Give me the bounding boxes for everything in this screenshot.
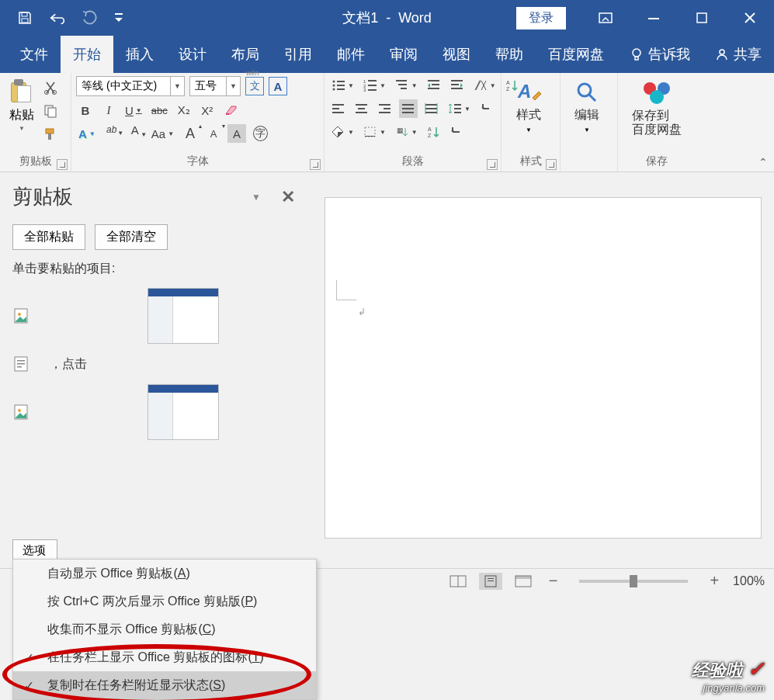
styles-button[interactable]: A 样式 ▼ xyxy=(506,76,551,133)
undo-icon[interactable] xyxy=(48,9,67,27)
distribute-button[interactable] xyxy=(422,99,441,118)
font-name-combo[interactable]: ▼ xyxy=(76,76,185,96)
copy-icon[interactable] xyxy=(42,102,59,120)
zoom-out-button[interactable]: − xyxy=(544,572,563,590)
char-shading-button[interactable]: A xyxy=(227,124,246,143)
char-border-button[interactable]: A xyxy=(269,77,287,95)
paste-button[interactable]: 粘贴 ▼ xyxy=(5,76,39,132)
superscript-button[interactable]: X² xyxy=(198,101,217,120)
align-left-button[interactable] xyxy=(329,99,348,118)
login-button[interactable]: 登录 xyxy=(516,7,566,29)
snap-grid-button[interactable]: ▦▼ xyxy=(393,123,420,141)
multilevel-button[interactable]: ▼ xyxy=(393,76,420,95)
redo-icon[interactable] xyxy=(81,9,99,27)
editing-button[interactable]: 编辑 ▼ xyxy=(565,76,609,133)
bold-button[interactable]: B xyxy=(76,101,95,120)
italic-button[interactable]: I xyxy=(99,101,118,120)
clear-all-button[interactable]: 全部清空 xyxy=(95,224,168,250)
save-icon[interactable] xyxy=(16,9,34,27)
highlight-button[interactable]: ab▼ xyxy=(102,124,121,143)
tab-reference[interactable]: 引用 xyxy=(272,36,325,73)
close-icon[interactable] xyxy=(726,0,774,36)
tab-baidu[interactable]: 百度网盘 xyxy=(536,36,616,73)
chevron-down-icon[interactable]: ▼ xyxy=(526,126,532,133)
svg-rect-20 xyxy=(337,88,345,90)
bullets-button[interactable]: ▼ xyxy=(329,76,356,95)
font-color-button[interactable]: A▼ xyxy=(126,124,144,143)
menu-show-status[interactable]: 复制时在任务栏附近显示状态(S) xyxy=(13,671,316,699)
align-justify-button[interactable] xyxy=(399,99,418,118)
sort-button[interactable]: AZ xyxy=(425,123,443,141)
change-case-button[interactable]: Aa▼ xyxy=(149,124,176,143)
tab-file[interactable]: 文件 xyxy=(8,36,61,73)
chevron-down-icon[interactable]: ▼ xyxy=(19,125,25,132)
borders-button[interactable]: ▼ xyxy=(361,123,388,141)
tab-help[interactable]: 帮助 xyxy=(483,36,536,73)
zoom-thumb[interactable] xyxy=(630,575,637,587)
menu-collect-no-show[interactable]: 收集而不显示 Office 剪贴板(C) xyxy=(13,615,316,643)
zoom-in-button[interactable]: + xyxy=(705,572,724,590)
menu-auto-show[interactable]: 自动显示 Office 剪贴板(A) xyxy=(13,560,316,587)
phonetic-guide-button[interactable]: 文 xyxy=(245,77,264,95)
decrease-indent-button[interactable] xyxy=(425,76,443,95)
tab-mail[interactable]: 邮件 xyxy=(325,36,377,73)
print-layout-icon[interactable] xyxy=(479,573,502,590)
minimize-icon[interactable] xyxy=(630,0,678,36)
maximize-icon[interactable] xyxy=(678,0,726,36)
tab-share[interactable]: 共享 xyxy=(703,36,774,73)
pane-options-dropdown-icon[interactable]: ▼ xyxy=(252,192,261,203)
clip-item[interactable] xyxy=(12,384,295,440)
tab-view[interactable]: 视图 xyxy=(430,36,483,73)
collapse-ribbon-icon[interactable]: ⌃ xyxy=(758,156,768,168)
paste-all-button[interactable]: 全部粘贴 xyxy=(12,224,85,250)
paragraph-mark-button[interactable] xyxy=(448,123,467,141)
align-center-button[interactable] xyxy=(352,99,371,118)
show-marks-button[interactable] xyxy=(477,99,496,118)
clipboard-launcher-icon[interactable] xyxy=(57,159,68,170)
web-layout-icon[interactable] xyxy=(512,573,535,590)
zoom-level[interactable]: 100% xyxy=(733,574,765,588)
pane-close-icon[interactable]: ✕ xyxy=(281,187,295,207)
enclose-char-button[interactable]: 字 xyxy=(251,124,270,143)
chevron-down-icon[interactable]: ▼ xyxy=(584,126,590,133)
chevron-down-icon[interactable]: ▼ xyxy=(226,77,240,95)
zoom-slider[interactable] xyxy=(579,580,688,583)
font-size-combo[interactable]: ▼ xyxy=(189,76,241,96)
clip-thumbnail xyxy=(148,288,219,344)
align-right-button[interactable] xyxy=(376,99,394,118)
tab-layout[interactable]: 布局 xyxy=(219,36,272,73)
text-effect-button[interactable]: A▼ xyxy=(76,124,98,143)
cut-icon[interactable] xyxy=(42,79,59,96)
tab-review[interactable]: 审阅 xyxy=(377,36,430,73)
font-launcher-icon[interactable] xyxy=(310,159,321,170)
tab-insert[interactable]: 插入 xyxy=(113,36,166,73)
shading-button[interactable]: ▼ xyxy=(329,123,356,141)
grow-font-button[interactable]: A▴ xyxy=(181,124,200,143)
line-spacing-button[interactable]: ▼ xyxy=(446,99,473,118)
page[interactable]: ↲ xyxy=(325,197,762,539)
styles-launcher-icon[interactable] xyxy=(546,159,557,170)
read-mode-icon[interactable] xyxy=(446,573,470,590)
paragraph-launcher-icon[interactable] xyxy=(487,159,498,170)
subscript-button[interactable]: X₂ xyxy=(175,101,193,120)
strike-button[interactable]: abc xyxy=(149,101,170,120)
qat-customize-icon[interactable] xyxy=(113,9,124,27)
clip-item[interactable] xyxy=(12,288,295,344)
clear-format-button[interactable] xyxy=(221,101,241,120)
underline-button[interactable]: U▼ xyxy=(123,101,144,120)
tab-design[interactable]: 设计 xyxy=(166,36,219,73)
menu-taskbar-icon[interactable]: 在任务栏上显示 Office 剪贴板的图标(T) xyxy=(13,643,316,671)
ribbon-display-icon[interactable] xyxy=(581,0,630,36)
shrink-font-button[interactable]: A▾ xyxy=(204,124,223,143)
tab-home[interactable]: 开始 xyxy=(61,36,113,73)
format-painter-icon[interactable] xyxy=(42,126,59,143)
baidu-save-button[interactable]: 保存到百度网盘 xyxy=(623,76,691,137)
numbering-button[interactable]: 123▼ xyxy=(361,76,388,95)
tab-tellme[interactable]: 告诉我 xyxy=(617,36,703,73)
clip-item[interactable]: ，点击 xyxy=(12,355,295,373)
menu-ctrl-c-twice[interactable]: 按 Ctrl+C 两次后显示 Office 剪贴版(P) xyxy=(13,587,316,615)
chevron-down-icon[interactable]: ▼ xyxy=(170,77,184,95)
asian-layout-button[interactable]: ▼ xyxy=(471,76,498,95)
increase-indent-button[interactable] xyxy=(448,76,467,95)
svg-rect-31 xyxy=(432,84,439,85)
